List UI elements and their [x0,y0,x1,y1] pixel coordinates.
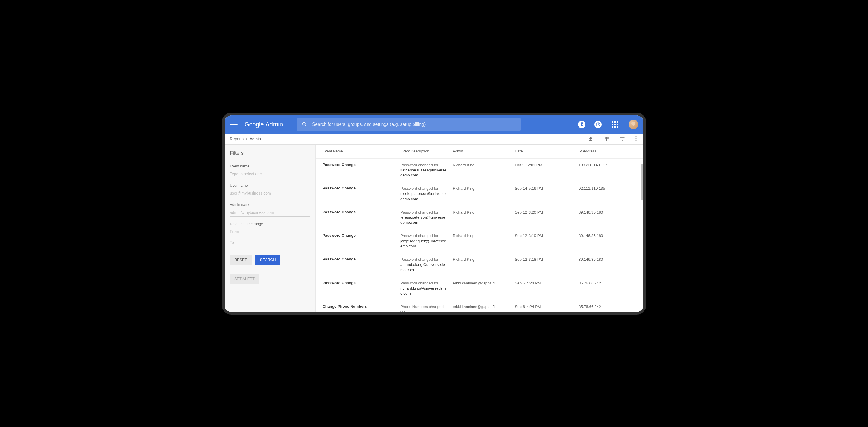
table-row[interactable]: Password ChangePassword changed for kath… [316,159,643,183]
col-header-admin[interactable]: Admin [453,149,515,153]
filter-date-range: Date and time range [225,221,315,251]
breadcrumb-reports[interactable]: Reports [230,137,244,141]
user-name-label: User name [230,183,310,188]
filter-event-name: Event name [225,163,315,182]
apps-icon[interactable] [612,121,618,128]
logo-google-text: Google [244,121,264,128]
cell-event: Change Phone Numbers [322,304,400,308]
logo-admin-text: Admin [266,121,283,128]
filter-user-name: User name [225,182,315,201]
table-content: Event Name Event Description Admin Date … [316,144,643,312]
table-row[interactable]: Password ChangePassword changed for nico… [316,182,643,206]
cell-date: Sep 64:24 PM [515,304,579,309]
logo[interactable]: Google Admin [244,121,283,128]
cell-desc: Password changed for richard.king@univer… [400,281,453,296]
event-name-label: Event name [230,164,310,168]
cell-desc: Password changed for katherine.russell@u… [400,163,453,178]
admin-name-label: Admin name [230,202,310,207]
table-row[interactable]: Password ChangePassword changed for tere… [316,206,643,230]
table-header: Event Name Event Description Admin Date … [316,144,643,159]
table-row[interactable]: Password ChangePassword changed for rich… [316,277,643,301]
date-from-input[interactable] [230,228,289,236]
breadcrumb: Reports › Admin [230,136,261,141]
cell-ip: 89.146.35.180 [579,233,637,238]
cell-date: Sep 64:24 PM [515,281,579,285]
set-alert-button[interactable]: SET ALERT [230,274,259,284]
filter-icon[interactable] [620,136,625,142]
reset-button[interactable]: RESET [230,255,251,265]
more-icon[interactable] [636,136,637,141]
filter-buttons: RESET SEARCH [225,251,315,269]
avatar[interactable] [629,120,638,129]
cell-admin: Richard King [453,233,515,238]
cell-desc: Password changed for jorge.rodriguez@uni… [400,233,453,249]
cell-ip: 85.76.66.242 [579,304,637,309]
chevron-right-icon: › [246,136,247,141]
breadcrumb-bar: Reports › Admin [225,134,643,144]
search-input[interactable] [312,122,516,127]
col-header-date[interactable]: Date [515,149,579,153]
breadcrumb-current: Admin [250,137,261,141]
cell-date: Sep 123:20 PM [515,210,579,215]
cell-event: Password Change [322,163,400,167]
date-range-label: Date and time range [230,222,310,226]
filter-admin-name: Admin name [225,201,315,221]
search-button[interactable]: SEARCH [255,255,280,265]
cell-date: Sep 123:18 PM [515,257,579,262]
cell-ip: 89.146.35.180 [579,257,637,262]
cell-desc: Phone Numbers changed for richard.king@u… [400,304,453,311]
date-to-extra-input[interactable] [293,239,310,247]
menu-button[interactable] [230,121,238,128]
scrollbar-thumb[interactable] [641,164,643,200]
table-row[interactable]: Password ChangePassword changed for jorg… [316,229,643,253]
columns-icon[interactable] [604,136,610,142]
cell-desc: Password changed for nicole.patterson@un… [400,186,453,202]
cell-admin: Richard King [453,257,515,262]
toolbar-actions [588,136,638,142]
app-header: Google Admin [225,116,643,134]
filters-sidebar: Filters Event name User name Admin name … [225,144,316,312]
cell-admin: Richard King [453,163,515,167]
cell-ip: 89.146.35.180 [579,210,637,215]
device-frame: Google Admin Reports › Admin [225,116,643,312]
cell-admin: erkki.kanninen@gapps.fi [453,281,515,285]
filters-title: Filters [225,150,315,163]
cell-event: Password Change [322,257,400,261]
cell-desc: Password changed for amanda.long@univers… [400,257,453,273]
main: Filters Event name User name Admin name … [225,144,643,312]
cell-ip: 188.238.140.117 [579,163,637,167]
table-body: Password ChangePassword changed for kath… [316,159,643,312]
event-name-input[interactable] [230,170,310,178]
admin-name-input[interactable] [230,208,310,217]
search-box[interactable] [297,118,521,131]
cell-date: Sep 123:19 PM [515,233,579,238]
table-row[interactable]: Password ChangePassword changed for aman… [316,253,643,277]
cell-desc: Password changed for teresa.peterson@uni… [400,210,453,225]
table-row[interactable]: Change Phone NumbersPhone Numbers change… [316,300,643,311]
cell-date: Oct 112:01 PM [515,163,579,167]
hourglass-icon[interactable] [578,121,585,128]
user-name-input[interactable] [230,189,310,197]
help-icon[interactable] [594,121,602,128]
cell-admin: Richard King [453,186,515,191]
cell-event: Password Change [322,281,400,285]
cell-event: Password Change [322,210,400,214]
cell-ip: 85.76.66.242 [579,281,637,285]
search-icon [302,121,308,128]
cell-admin: Richard King [453,210,515,215]
cell-ip: 92.111.110.135 [579,186,637,191]
col-header-event[interactable]: Event Name [322,149,400,153]
col-header-ip[interactable]: IP Address [579,149,637,153]
cell-event: Password Change [322,233,400,237]
cell-admin: erkki.kanninen@gapps.fi [453,304,515,309]
date-from-extra-input[interactable] [293,228,310,236]
screen: Google Admin Reports › Admin [225,116,643,312]
cell-date: Sep 145:16 PM [515,186,579,191]
cell-event: Password Change [322,186,400,190]
date-to-input[interactable] [230,239,289,247]
col-header-desc[interactable]: Event Description [400,149,453,153]
download-icon[interactable] [588,136,594,142]
